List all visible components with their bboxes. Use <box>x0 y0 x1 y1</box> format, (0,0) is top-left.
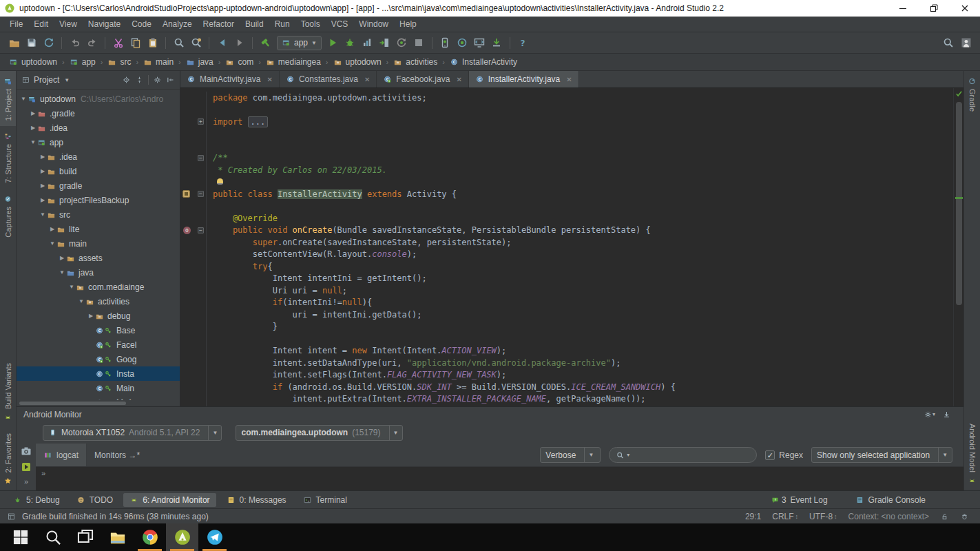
replace-button[interactable] <box>187 34 205 52</box>
gear-icon[interactable] <box>153 76 162 85</box>
avd-button[interactable] <box>437 34 454 52</box>
line-separator-selector[interactable]: CRLF↕ <box>772 512 798 521</box>
menu-analyze[interactable]: Analyze <box>157 17 198 31</box>
help-button[interactable]: ? <box>514 34 532 52</box>
scrollbar-thumb[interactable] <box>956 102 962 305</box>
regex-checkbox[interactable]: ✓ <box>765 450 775 460</box>
logcat-filter-selector[interactable]: Show only selected application ▼ <box>811 447 952 463</box>
editor-scrollbar[interactable] <box>953 88 963 406</box>
tab-close-icon[interactable]: ✕ <box>566 76 572 83</box>
tree-item-insta[interactable]: CInsta <box>17 366 180 381</box>
tree-expand-arrow[interactable]: ▼ <box>77 298 85 304</box>
tree-expand-arrow[interactable]: ▶ <box>39 168 47 174</box>
breadcrumb-item-activities[interactable]: activities <box>391 57 439 67</box>
menu-navigate[interactable]: Navigate <box>83 17 126 31</box>
tree-item-com-mediainge[interactable]: ▼com.mediainge <box>17 280 180 294</box>
stop-button[interactable] <box>410 34 428 52</box>
minimize-panel-icon[interactable] <box>942 410 951 419</box>
taskbar-file-explorer[interactable] <box>101 523 134 551</box>
breadcrumb-item-com[interactable]: com <box>223 57 256 67</box>
tree-item-app[interactable]: ▼app <box>17 135 180 149</box>
toolwindow-button-terminal[interactable]: Terminal <box>297 493 353 507</box>
tree-item-main[interactable]: ▼main <box>17 236 180 251</box>
restart-button[interactable] <box>393 34 410 52</box>
copy-button[interactable] <box>127 34 144 52</box>
editor-tab-installeractivity.java[interactable]: CInstallerActivity.java✕ <box>469 71 579 87</box>
cut-button[interactable] <box>110 34 127 52</box>
avatar-icon[interactable] <box>961 37 972 48</box>
run-button[interactable] <box>324 34 342 52</box>
menu-file[interactable]: File <box>4 17 28 31</box>
process-selector[interactable]: com.mediaingea.uptodown (15179) ▼ <box>236 425 402 441</box>
taskbar-taskbar-search[interactable] <box>37 523 69 551</box>
taskbar-telegram[interactable] <box>198 523 231 551</box>
taskbar-task-view[interactable] <box>69 523 101 551</box>
menu-vcs[interactable]: VCS <box>326 17 354 31</box>
tree-item-uptodown[interactable]: ▼uptodownC:\Users\Carlos\Andro <box>17 92 180 106</box>
breadcrumb-item-src[interactable]: src <box>105 57 133 67</box>
tree-item-assets[interactable]: ▶assets <box>17 251 180 265</box>
tree-expand-arrow[interactable]: ▼ <box>39 211 47 218</box>
tab-close-icon[interactable]: ✕ <box>267 76 272 83</box>
override-marker-icon[interactable]: o <box>183 227 191 234</box>
menu-tools[interactable]: Tools <box>295 17 326 31</box>
tree-expand-arrow[interactable]: ▶ <box>87 313 95 319</box>
fold-marker[interactable]: − <box>198 155 204 161</box>
project-panel-title[interactable]: Project <box>34 75 59 85</box>
tree-expand-arrow[interactable]: ▶ <box>29 125 37 131</box>
open-button[interactable] <box>6 34 23 52</box>
encoding-selector[interactable]: UTF-8↕ <box>809 512 837 521</box>
tree-expand-arrow[interactable]: ▶ <box>48 226 56 232</box>
screenshot-icon[interactable] <box>21 446 32 457</box>
close-button[interactable] <box>949 0 980 17</box>
menu-build[interactable]: Build <box>240 17 269 31</box>
tool-stripe-7-structure[interactable]: 7: Structure <box>3 126 12 189</box>
toolwindow-button-gradle-console[interactable]: Gradle Console <box>849 493 932 507</box>
tree-expand-arrow[interactable]: ▼ <box>67 284 76 290</box>
fold-marker[interactable]: − <box>198 191 204 197</box>
tree-expand-arrow[interactable]: ▼ <box>48 240 56 247</box>
monitor-tab-logcat[interactable]: logcat <box>36 444 87 466</box>
monitor-settings-icon[interactable] <box>924 410 932 419</box>
tree-item-src[interactable]: ▼src <box>17 207 180 222</box>
tree-item--gradle[interactable]: ▶.gradle <box>17 106 180 121</box>
tool-stripe-2-favorites[interactable]: 2: Favorites <box>3 428 12 490</box>
locate-file-icon[interactable] <box>122 76 131 85</box>
tree-expand-arrow[interactable]: ▼ <box>19 96 28 102</box>
more-actions-chevron[interactable]: » <box>24 477 28 486</box>
breadcrumb-item-InstallerActivity[interactable]: CInstallerActivity <box>448 57 519 67</box>
tool-stripe-gradle[interactable]: Gradle <box>968 71 977 117</box>
tree-item--idea[interactable]: ▶.idea <box>17 149 180 164</box>
tree-item-debug[interactable]: ▶debug <box>17 309 180 323</box>
tree-item-main[interactable]: CMain <box>17 381 180 395</box>
inspections-profile-icon[interactable] <box>960 512 969 521</box>
save-button[interactable] <box>23 34 40 52</box>
tool-stripe-build-variants[interactable]: Build Variants <box>3 357 12 427</box>
tree-expand-arrow[interactable]: ▶ <box>58 255 66 261</box>
tree-item-projectfilesbackup[interactable]: ▶projectFilesBackup <box>17 193 180 207</box>
toolwindow-button-event-log[interactable]: 3Event Log <box>764 493 834 507</box>
attach-button[interactable] <box>376 34 393 52</box>
editor-tab-facebook.java[interactable]: CFacebook.java✕ <box>377 71 468 87</box>
tool-stripe-1-project[interactable]: 1: Project <box>0 71 16 126</box>
find-button[interactable] <box>170 34 187 52</box>
toolwindow-button-todo[interactable]: TODO <box>70 493 119 507</box>
screen-record-icon[interactable] <box>21 461 32 472</box>
tree-expand-arrow[interactable]: ▶ <box>39 197 47 203</box>
breadcrumb-item-uptodown[interactable]: uptodown <box>7 57 59 67</box>
back-button[interactable] <box>213 34 231 52</box>
taskbar-start[interactable] <box>4 523 37 551</box>
horizontal-scrollbar[interactable] <box>17 400 180 406</box>
caret-position[interactable]: 29:1 <box>745 512 761 521</box>
breadcrumb-item-mediaingea[interactable]: mediaingea <box>264 57 323 67</box>
tool-stripe-android-model[interactable]: Android Model <box>968 418 977 490</box>
tree-expand-arrow[interactable]: ▶ <box>29 110 37 116</box>
tree-item-facel[interactable]: CFacel <box>17 337 180 352</box>
fold-marker[interactable]: − <box>198 227 204 233</box>
collapse-all-icon[interactable] <box>135 76 144 85</box>
tree-expand-arrow[interactable]: ▼ <box>58 269 66 276</box>
restore-button[interactable] <box>918 0 949 17</box>
tab-close-icon[interactable]: ✕ <box>364 76 370 83</box>
toolwindow-button-6-android-monitor[interactable]: 6: Android Monitor <box>123 493 216 507</box>
tab-close-icon[interactable]: ✕ <box>456 76 461 83</box>
